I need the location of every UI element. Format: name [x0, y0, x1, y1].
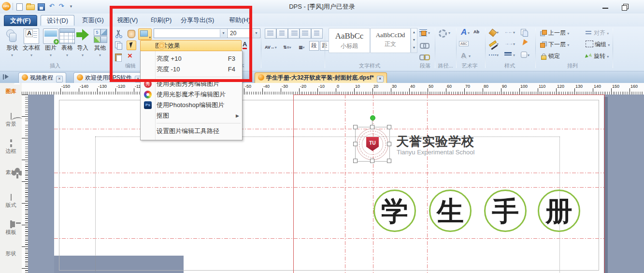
- line-spacing-button[interactable]: ⇅≡▾: [283, 42, 291, 51]
- shape-style-icon[interactable]: [521, 52, 527, 58]
- font-color-arrow-icon[interactable]: ▾: [249, 43, 251, 47]
- dash-style-icon[interactable]: [489, 55, 496, 55]
- selection-handle[interactable]: [387, 142, 391, 146]
- font-size-combo[interactable]: 20▾: [227, 28, 260, 38]
- menu-item-cutout[interactable]: 抠图▶: [141, 110, 242, 121]
- close-tab-icon[interactable]: ×: [56, 76, 63, 82]
- close-tab-icon[interactable]: ×: [377, 76, 384, 82]
- horizontal-ruler[interactable]: -150-140-130-120-110-100-90-80-70-60-50-…: [22, 83, 644, 95]
- fill-color-arrow-icon[interactable]: ▾: [497, 30, 499, 35]
- sidebar-item-gallery[interactable]: 图库: [0, 83, 22, 110]
- link-frames-icon[interactable]: [420, 43, 428, 48]
- school-name-english-text[interactable]: Tianyu Experimental School: [397, 149, 474, 156]
- paste-icon[interactable]: [114, 53, 123, 61]
- sidebar-item-border[interactable]: 边框: [0, 137, 22, 164]
- sidebar-item-background[interactable]: 背景: [0, 110, 22, 137]
- stamp-text-icon[interactable]: ABC: [459, 41, 469, 46]
- selection-handle[interactable]: [370, 125, 374, 129]
- char-spacing-button[interactable]: AV↔▾: [265, 42, 277, 51]
- doc-tab-video-tutorial[interactable]: 视频教程×: [18, 72, 66, 83]
- align-center-button[interactable]: [276, 28, 288, 39]
- sidebar-item-template[interactable]: 模板: [0, 218, 22, 245]
- dash-style-arrow-icon[interactable]: ▾: [497, 53, 499, 57]
- insert-textbox-button[interactable]: 文本框▾: [21, 28, 42, 58]
- line-weight-icon[interactable]: [504, 52, 512, 56]
- minimize-button[interactable]: [597, 3, 614, 11]
- bring-forward-button[interactable]: 上一层 ▾: [540, 29, 569, 39]
- spacing-right-icon[interactable]: →→: [504, 41, 512, 46]
- selection-handle[interactable]: [353, 125, 358, 129]
- tab-design[interactable]: 设计(D): [41, 15, 74, 26]
- lock-button[interactable]: 锁定: [540, 52, 560, 62]
- path-gear-icon[interactable]: [439, 29, 447, 38]
- guide-horizontal[interactable]: [54, 129, 604, 129]
- group-button[interactable]: 编组 ▾: [586, 41, 610, 50]
- copy-style-icon[interactable]: [521, 28, 530, 37]
- spacing-right-arrow-icon[interactable]: ▾: [513, 42, 515, 46]
- rotate-button[interactable]: 旋转 ▾: [586, 52, 609, 62]
- unlink-frames-icon[interactable]: [419, 55, 427, 59]
- school-emblem[interactable]: TU: [357, 128, 388, 160]
- tab-file[interactable]: 文件(F): [4, 15, 37, 26]
- handbook-char-circle[interactable]: 册: [538, 190, 580, 232]
- text-wrap-icon[interactable]: [419, 29, 427, 36]
- text-style-body[interactable]: AaBbCcDd正文: [370, 28, 411, 53]
- fill-color-icon[interactable]: [489, 29, 497, 37]
- menu-item-brightness-down[interactable]: 亮度 -10F4: [141, 64, 242, 75]
- text-wrap-arrow-icon[interactable]: ▾: [428, 31, 430, 35]
- insert-shape-button[interactable]: 形状▾: [3, 28, 21, 58]
- font-color-icon[interactable]: A: [243, 41, 247, 49]
- guide-horizontal[interactable]: [54, 187, 604, 188]
- handbook-char-circle[interactable]: 手: [484, 190, 527, 232]
- guide-horizontal[interactable]: [54, 238, 604, 239]
- shadow-text-icon[interactable]: A: [461, 52, 466, 59]
- rotation-handle[interactable]: [370, 115, 375, 121]
- handbook-char-circle[interactable]: 学: [373, 190, 416, 232]
- delete-icon[interactable]: ×: [128, 52, 132, 60]
- spacing-left-arrow-icon[interactable]: ▾: [513, 30, 515, 35]
- paragraph-button[interactable]: 段: [309, 41, 319, 51]
- vertical-ruler[interactable]: 01020304050607080: [22, 95, 29, 273]
- selection-handle[interactable]: [353, 159, 358, 163]
- doc-tab-student-handbook[interactable]: 学生手册-大32开软皮平装-封面封底.dpsf*×: [255, 72, 387, 83]
- image-effects-button[interactable]: [138, 28, 152, 40]
- tab-view[interactable]: 视图(V): [111, 15, 143, 25]
- style-gallery-scroll[interactable]: ▲▼▼: [411, 28, 417, 53]
- path-arrow-icon[interactable]: ▾: [448, 31, 450, 35]
- menu-item-image-effects[interactable]: 图片效果: [140, 40, 242, 51]
- align-button[interactable]: 对齐 ▾: [586, 29, 609, 39]
- change-case-icon[interactable]: Ab: [473, 29, 479, 34]
- menu-item-edit-with-photoshop[interactable]: Ps使用Photoshop编辑图片: [141, 100, 242, 110]
- menu-item-edit-with-meitu[interactable]: 秀使用美图秀秀编辑图片: [141, 79, 242, 89]
- align-distribute-button[interactable]: [311, 28, 323, 39]
- menu-item-brightness-up[interactable]: 亮度 +10F3: [141, 54, 242, 64]
- cut-icon[interactable]: [114, 29, 123, 38]
- sidebar-item-layout[interactable]: 版式: [0, 191, 22, 218]
- selection-handle[interactable]: [353, 142, 358, 146]
- menu-item-set-editor-path[interactable]: 设置图片编辑工具路径: [141, 126, 242, 136]
- school-name-text[interactable]: 天誉实验学校: [396, 133, 474, 150]
- insert-image-button[interactable]: 图片▾: [42, 28, 60, 58]
- insert-other-button[interactable]: 其他▾: [91, 28, 109, 58]
- selection-handle[interactable]: [370, 159, 374, 163]
- align-left-button[interactable]: [265, 28, 276, 39]
- restore-button[interactable]: [617, 3, 634, 11]
- sidebar-item-shape[interactable]: 形状: [0, 245, 22, 272]
- align-right-button[interactable]: [288, 28, 300, 39]
- expand-panel-icon[interactable]: [3, 74, 10, 80]
- sidebar-item-material[interactable]: 素材: [0, 164, 22, 191]
- outline-pencil-icon[interactable]: [489, 41, 497, 47]
- tab-share-export[interactable]: 分享导出(S): [175, 15, 220, 25]
- guide-vertical[interactable]: [427, 95, 428, 273]
- menu-item-edit-with-lightmagic[interactable]: 使用光影魔术手编辑图片: [141, 89, 242, 100]
- guide-vertical[interactable]: [345, 95, 345, 273]
- shadow-text-arrow-icon[interactable]: ▾: [469, 54, 471, 58]
- copy-icon[interactable]: [114, 41, 123, 50]
- outline-arrow-icon[interactable]: ▾: [497, 42, 499, 46]
- line-weight-arrow-icon[interactable]: ▾: [513, 53, 515, 57]
- select-pointer-icon[interactable]: [127, 41, 136, 50]
- columns-button[interactable]: ▦▾: [299, 42, 305, 51]
- tab-page[interactable]: 页面(G): [76, 15, 110, 25]
- guide-horizontal[interactable]: [54, 173, 604, 173]
- guide-vertical[interactable]: [373, 95, 373, 273]
